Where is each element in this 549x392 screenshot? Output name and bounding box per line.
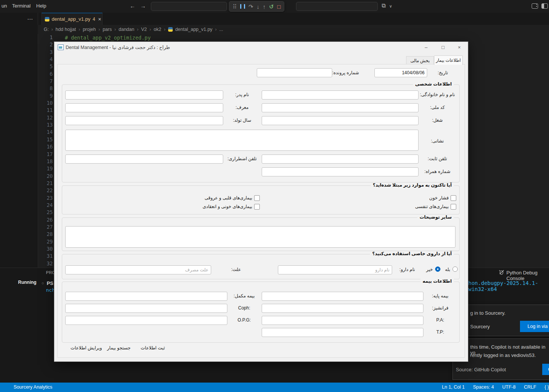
chevron-right-icon: ›: [215, 27, 216, 32]
personal-info-legend: اطلاعات شخصی: [413, 81, 454, 87]
mobile-input[interactable]: [262, 167, 419, 176]
panel-toggle-icon[interactable]: [541, 3, 548, 9]
franchise-input[interactable]: [262, 304, 423, 313]
login-via-web-button[interactable]: Log in via web: [520, 321, 549, 332]
breadcrumb-more[interactable]: ...: [219, 27, 223, 32]
stop-icon[interactable]: □: [277, 4, 281, 9]
command-center-right[interactable]: [296, 2, 378, 11]
emergency-phone-label: تلفن اضطراری:: [222, 156, 262, 161]
copilot-action-button[interactable]: C: [542, 364, 549, 375]
tab-problem-badge: 4: [93, 17, 95, 22]
breadcrumb-item[interactable]: pars: [103, 27, 112, 32]
layout-customize-icon[interactable]: [532, 3, 538, 9]
step-into-icon[interactable]: ↓: [257, 4, 260, 9]
notification-line2: rently logged in as vediovis53.: [470, 352, 536, 358]
terminal-text: nch: [46, 287, 55, 293]
medication-yes-radio[interactable]: [452, 266, 458, 272]
drug-reason-label: علت:: [210, 267, 262, 272]
close-icon[interactable]: ×: [98, 16, 101, 22]
birth-year-input[interactable]: [65, 116, 223, 125]
breadcrumb-item[interactable]: ok2: [154, 27, 161, 32]
debug-console-title[interactable]: Python Debug Console: [506, 270, 549, 281]
line-numbers: 1234567891011121314151617181920212223242…: [39, 34, 53, 267]
full-name-input[interactable]: [262, 90, 419, 100]
forward-arrow-icon[interactable]: →: [140, 3, 146, 9]
national-id-label: کد ملی:: [418, 105, 457, 110]
supplementary-insurance-input[interactable]: [65, 292, 227, 301]
pause-icon[interactable]: [240, 4, 245, 9]
chevron-down-icon[interactable]: ∨: [389, 4, 392, 9]
screencast-icon[interactable]: ⧉: [382, 2, 386, 9]
tp-label: T.P:: [423, 329, 457, 335]
drug-name-input[interactable]: [278, 265, 392, 274]
tp-input[interactable]: [262, 328, 423, 337]
language-item[interactable]: { } Python: [544, 384, 549, 390]
landline-input[interactable]: [262, 155, 419, 164]
breadcrumb-item[interactable]: projeh: [83, 27, 96, 32]
dialog-app-icon: [58, 44, 64, 50]
ellipsis-icon[interactable]: ⋯: [27, 16, 33, 23]
chevron-right-icon: ›: [164, 27, 166, 32]
minimize-icon[interactable]: –: [420, 43, 432, 51]
maximize-icon[interactable]: □: [437, 43, 449, 51]
medication-no-label: خیر: [426, 267, 433, 272]
search-patient-button[interactable]: جستجو بیمار: [107, 345, 130, 351]
file-number-input[interactable]: [257, 68, 332, 77]
command-center-left[interactable]: [151, 2, 227, 11]
grip-icon[interactable]: ⠿: [233, 4, 237, 9]
supplementary-insurance-label: بیمه مکمل:: [227, 293, 262, 299]
save-info-button[interactable]: ثبت اطلاعات: [141, 345, 165, 351]
job-input[interactable]: [262, 116, 419, 125]
blood-pressure-checkbox[interactable]: [451, 195, 456, 201]
insurance-legend: اطلاعات بیمه: [420, 279, 454, 284]
status-bar: Sourcery Analytics Ln 1, Col 1 Spaces: 4…: [0, 383, 549, 392]
step-over-icon[interactable]: ↷: [248, 4, 253, 9]
vscode-titlebar: un Terminal Help ← → ⠿ ↷ ↓ ↑ ↺ □ ⧉ ∨: [0, 0, 549, 13]
back-arrow-icon[interactable]: ←: [130, 3, 135, 9]
opg-input[interactable]: [65, 316, 227, 325]
father-name-input[interactable]: [65, 90, 223, 100]
sourcery-analytics-item[interactable]: Sourcery Analytics: [14, 384, 52, 390]
tab-patient-info[interactable]: اطلاعات بیمار: [434, 55, 463, 65]
tab-dental-app[interactable]: dental_app_v1.py 4 ×: [41, 13, 103, 25]
close-icon[interactable]: ×: [454, 43, 465, 51]
terminal-prompt: PS: [47, 280, 53, 286]
cardio-checkbox[interactable]: [254, 195, 260, 201]
step-out-icon[interactable]: ↑: [263, 4, 266, 9]
respiratory-checkbox[interactable]: [451, 204, 456, 210]
conditions-legend: آیا تاکنون به موارد زیر مبتلا شده‌اید؟: [371, 182, 454, 188]
eol-item[interactable]: CRLF: [524, 384, 536, 390]
cardio-label: بیماری‌های قلبی و عروقی: [204, 195, 252, 201]
pa-input[interactable]: [262, 316, 423, 325]
encoding-item[interactable]: UTF-8: [502, 384, 515, 390]
drug-reason-input[interactable]: [65, 265, 211, 274]
father-name-label: نام پدر:: [222, 92, 262, 97]
emergency-phone-input[interactable]: [65, 155, 223, 164]
base-insurance-input[interactable]: [262, 292, 423, 301]
edit-info-button[interactable]: ویرایش اطلاعات: [71, 345, 102, 351]
breadcrumb-item[interactable]: V2: [141, 27, 147, 32]
breadcrumb-item[interactable]: dandan: [119, 27, 135, 32]
breadcrumb-item[interactable]: hdd hojjat: [55, 27, 76, 32]
date-input[interactable]: [374, 68, 427, 77]
notes-legend: سایر توضیحات: [417, 214, 454, 220]
breadcrumb-file[interactable]: dental_app_v1.py: [175, 27, 213, 32]
restart-icon[interactable]: ↺: [269, 4, 274, 9]
medication-no-radio[interactable]: [435, 266, 440, 272]
referrer-input[interactable]: [65, 103, 223, 112]
notification-message: g in to Sourcery.: [470, 310, 506, 316]
menu-terminal[interactable]: Terminal: [12, 3, 31, 9]
breadcrumb-drive[interactable]: G:: [44, 27, 49, 32]
notes-textarea[interactable]: [65, 226, 455, 248]
drug-name-label: نام دارو:: [392, 267, 422, 272]
blood-coag-checkbox[interactable]: [254, 204, 260, 210]
tab-filename: dental_app_v1.py: [52, 16, 90, 22]
cursor-position-item[interactable]: Ln 1, Col 1: [442, 384, 465, 390]
indent-item[interactable]: Spaces: 4: [473, 384, 494, 390]
national-id-input[interactable]: [262, 103, 419, 112]
menu-run[interactable]: un: [2, 3, 7, 9]
coph-input[interactable]: [65, 304, 227, 313]
menu-help[interactable]: Help: [36, 3, 46, 9]
address-textarea[interactable]: [65, 130, 419, 151]
notification-source: Source: GitHub Copilot: [456, 367, 506, 372]
